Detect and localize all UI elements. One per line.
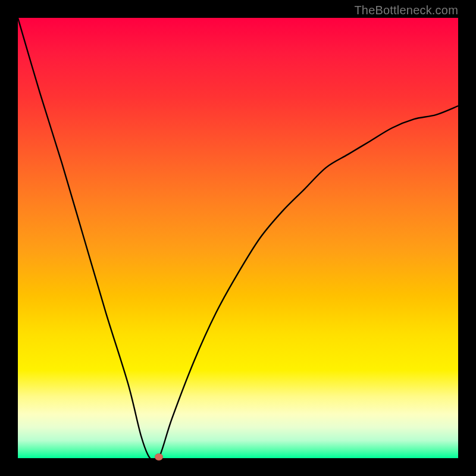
chart-frame: TheBottleneck.com	[0, 0, 476, 476]
plot-area	[18, 18, 458, 458]
bottleneck-curve	[18, 18, 458, 458]
optimum-marker	[155, 453, 163, 461]
attribution-text: TheBottleneck.com	[354, 4, 458, 17]
curve-svg	[18, 18, 458, 458]
